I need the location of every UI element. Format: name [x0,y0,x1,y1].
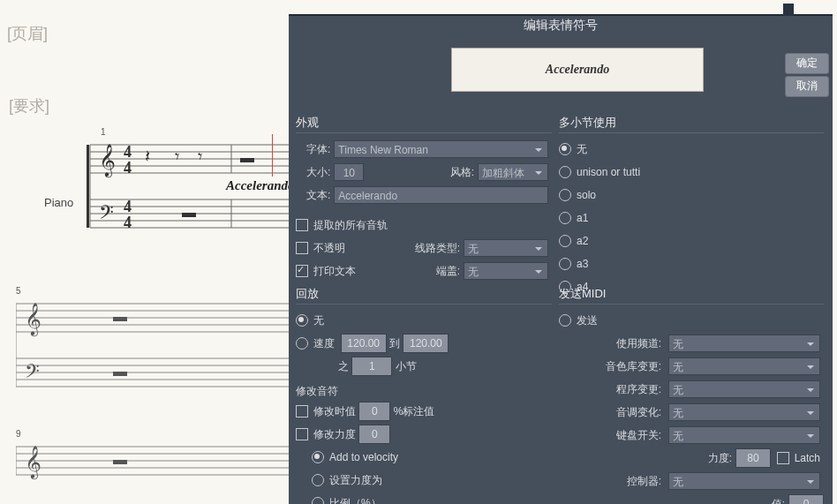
measure-number: 1 [101,127,106,137]
accelerando-marking[interactable]: Accelerando [226,178,294,193]
latch-label: Latch [795,452,820,464]
multistaff-opt: 无 [577,142,587,157]
svg-rect-23 [240,158,254,162]
multistaff-radio-a2[interactable] [559,235,571,247]
pitch-dropdown[interactable]: 无 [668,403,820,421]
style-label: 风格: [450,165,474,180]
dialog-title: 编辑表情符号 [289,16,833,34]
font-label: 字体: [306,142,330,157]
style-dropdown[interactable]: 加粗斜体 [478,163,548,181]
measure-number: 9 [16,429,21,439]
playback-cursor [272,134,273,177]
line-type-dropdown[interactable]: 无 [464,239,548,257]
cancel-button[interactable]: 取消 [785,76,829,97]
svg-text:𝄞: 𝄞 [99,144,116,178]
send-midi-radio[interactable] [559,314,571,327]
playback-panel: 回放 无 速度 到 之 小节 修改音符 修改时值 %标注值 修改力度 Add t… [296,286,552,503]
text-input[interactable]: Accelerando [334,186,548,204]
measure-number: 5 [16,286,21,296]
send-midi-panel: 发送MIDI 发送 使用频道:无 音色库变更:无 程序变更:无 音调变化:无 键… [559,286,824,503]
playback-radio-none[interactable] [296,314,308,327]
midi-velocity-input[interactable] [735,448,771,468]
cap-dropdown[interactable]: 无 [464,262,548,280]
percent-mark-label: %标注值 [394,404,435,419]
svg-text:4: 4 [124,143,132,161]
mod-duration-input[interactable] [358,402,390,421]
extract-all-label: 提取的所有音轨 [313,218,388,233]
appearance-panel: 外观 字体:Times New Roman 大小:10风格:加粗斜体 文本:Ac… [296,115,552,275]
mod-duration-checkbox[interactable] [296,405,308,417]
opaque-label: 不透明 [313,241,345,256]
mod-velocity-input[interactable] [358,425,390,444]
set-velocity-label: 设置力度为 [329,473,382,488]
tempo-label: 速度 [313,336,335,351]
send-midi-label: 发送 [577,313,598,328]
keyswitch-dropdown[interactable]: 无 [668,426,820,444]
bank-dropdown[interactable]: 无 [668,357,820,375]
set-velocity-radio[interactable] [312,474,324,486]
edit-expression-dialog: 编辑表情符号 Accelerando 确定 取消 外观 字体:Times New… [289,14,833,504]
channel-label: 使用频道: [616,336,661,351]
text-label: 文本: [306,188,330,203]
value-input[interactable] [788,494,824,504]
tempo-to-input[interactable] [403,334,449,353]
bars-label: 小节 [396,359,417,374]
value-label: 值: [772,497,785,505]
svg-text:4: 4 [124,198,132,215]
send-midi-heading: 发送MIDI [559,286,824,305]
playback-none-label: 无 [313,313,324,328]
svg-text:𝄢: 𝄢 [99,202,114,228]
scale-label: 比例（%） [329,496,381,505]
multistaff-heading: 多小节使用 [559,115,824,133]
add-to-velocity-label: Add to velocity [329,451,398,463]
playback-radio-tempo[interactable] [296,337,308,350]
scale-radio[interactable] [312,497,324,504]
size-input[interactable]: 10 [334,163,364,181]
svg-rect-24 [182,213,196,217]
multistaff-radio-none[interactable] [559,143,571,155]
ok-button[interactable]: 确定 [785,53,829,74]
mod-duration-label: 修改时值 [313,404,356,419]
multistaff-radio-unison[interactable] [559,166,571,178]
multistaff-radio-a1[interactable] [559,212,571,224]
print-text-label: 打印文本 [313,264,356,279]
size-label: 大小: [306,165,330,180]
svg-text:𝄞: 𝄞 [25,303,41,337]
tempo-from-input[interactable] [341,334,387,353]
preview-text: Accelerando [546,63,609,77]
svg-text:4: 4 [124,214,132,231]
multistaff-opt: solo [577,189,596,201]
mod-velocity-label: 修改力度 [313,427,356,442]
svg-text:𝄢: 𝄢 [25,361,40,387]
bank-label: 音色库变更: [606,359,661,374]
channel-dropdown[interactable]: 无 [668,335,820,352]
svg-text:4: 4 [124,159,132,177]
latch-checkbox[interactable] [777,452,789,464]
multistaff-radio-a3[interactable] [559,258,571,270]
svg-rect-47 [113,460,127,464]
over-bars-input[interactable] [351,357,392,376]
opaque-checkbox[interactable] [296,242,308,254]
font-dropdown[interactable]: Times New Roman [334,140,548,158]
program-dropdown[interactable]: 无 [668,380,820,398]
print-text-checkbox[interactable] [296,265,308,277]
tempo-to-label: 到 [389,336,400,351]
dialog-tab-handle[interactable] [783,4,794,16]
svg-rect-39 [113,372,127,376]
playback-heading: 回放 [296,286,552,305]
mod-velocity-checkbox[interactable] [296,428,308,440]
requirement-placeholder: [要求] [9,95,49,117]
svg-text:𝄞: 𝄞 [25,446,41,480]
controller-dropdown[interactable]: 无 [668,472,820,490]
svg-rect-13 [87,145,89,228]
line-type-label: 线路类型: [415,241,460,256]
add-to-velocity-radio[interactable] [312,451,324,463]
expression-preview: Accelerando [451,48,704,92]
midi-velocity-label: 力度: [708,451,732,466]
extract-all-checkbox[interactable] [296,219,308,231]
appearance-heading: 外观 [296,115,552,133]
multistaff-opt: a2 [577,235,588,247]
multistaff-radio-solo[interactable] [559,189,571,201]
controller-label: 控制器: [627,474,661,489]
over-label: 之 [338,359,349,374]
